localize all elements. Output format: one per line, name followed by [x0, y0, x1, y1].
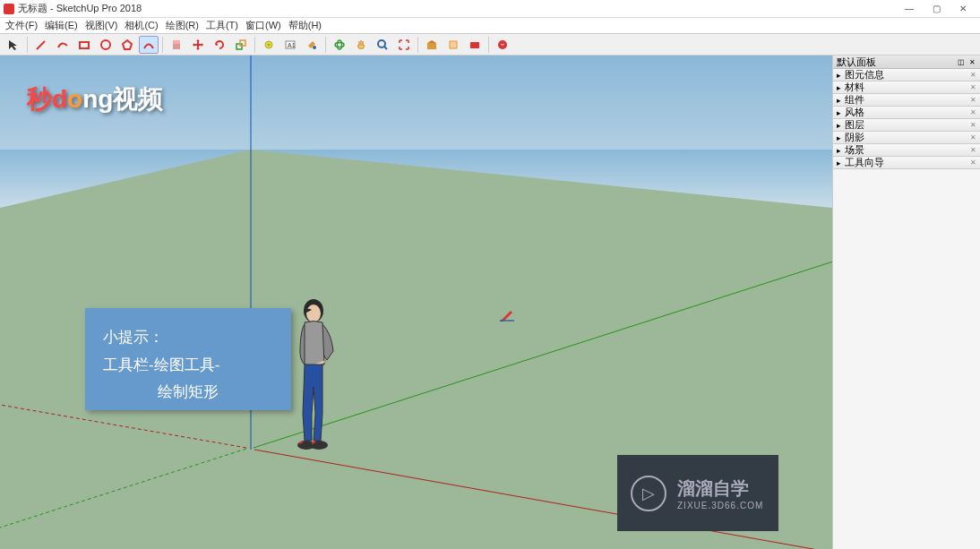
- panel-components[interactable]: ▸组件✕: [833, 94, 980, 107]
- menu-edit[interactable]: 编辑(E): [41, 19, 82, 32]
- panel-close-icon[interactable]: ✕: [970, 71, 976, 79]
- freehand-tool-button[interactable]: [53, 36, 73, 54]
- pan-tool-button[interactable]: [351, 36, 371, 54]
- panel-close-icon[interactable]: ✕: [970, 96, 976, 104]
- watermark-logo: 秒dong视频: [27, 82, 163, 116]
- rotate-tool-button[interactable]: [210, 36, 229, 54]
- svg-text:A1: A1: [288, 42, 296, 48]
- arc-tool-button[interactable]: [139, 36, 159, 54]
- scale-tool-button[interactable]: [231, 36, 251, 54]
- svg-point-8: [268, 43, 271, 46]
- close-button[interactable]: ✕: [950, 1, 976, 17]
- menu-file[interactable]: 文件(F): [2, 19, 41, 32]
- play-icon: ▷: [631, 476, 666, 511]
- text-tool-button[interactable]: A1: [280, 36, 300, 54]
- style-tool-button[interactable]: [493, 36, 512, 54]
- toolbar-separator: [254, 37, 255, 53]
- panel-close-icon[interactable]: ✕: [970, 83, 976, 91]
- brand-name: 溜溜自学: [677, 476, 763, 501]
- select-tool-button[interactable]: [4, 36, 23, 54]
- line-tool-button[interactable]: [31, 36, 51, 54]
- svg-rect-0: [80, 42, 89, 48]
- toolbar-separator: [162, 37, 163, 53]
- sidebar-title: 默认面板: [837, 56, 957, 69]
- sidebar-pin-button[interactable]: ◫: [957, 57, 966, 66]
- chevron-right-icon: ▸: [837, 71, 841, 80]
- chevron-right-icon: ▸: [837, 96, 841, 105]
- svg-point-13: [338, 40, 342, 49]
- svg-rect-5: [236, 44, 242, 49]
- chevron-right-icon: ▸: [837, 159, 841, 167]
- panel-close-icon[interactable]: ✕: [970, 146, 976, 154]
- app-icon: [4, 4, 14, 14]
- pencil-cursor-icon: [500, 309, 514, 323]
- svg-marker-2: [123, 40, 132, 49]
- svg-rect-6: [240, 40, 245, 46]
- titlebar: 无标题 - SketchUp Pro 2018 — ▢ ✕: [0, 0, 980, 18]
- chevron-right-icon: ▸: [837, 83, 841, 92]
- tooltip-line1: 小提示：: [103, 324, 273, 352]
- move-tool-button[interactable]: [188, 36, 208, 54]
- chevron-right-icon: ▸: [837, 108, 841, 117]
- svg-point-11: [313, 46, 316, 49]
- rectangle-tool-button[interactable]: [74, 36, 94, 54]
- menubar: 文件(F) 编辑(E) 视图(V) 相机(C) 绘图(R) 工具(T) 窗口(W…: [0, 18, 980, 34]
- panel-materials[interactable]: ▸材料✕: [833, 81, 980, 94]
- tooltip-line2: 工具栏-绘图工具-: [103, 352, 273, 380]
- paint-tool-button[interactable]: [302, 36, 322, 54]
- zoom-tool-button[interactable]: [373, 36, 392, 54]
- toolbar-separator: [27, 37, 28, 53]
- window-title: 无标题 - SketchUp Pro 2018: [18, 2, 896, 15]
- menu-help[interactable]: 帮助(H): [285, 19, 325, 32]
- panel-close-icon[interactable]: ✕: [970, 108, 976, 116]
- panel-instructor[interactable]: ▸工具向导✕: [833, 157, 980, 169]
- svg-point-12: [335, 42, 344, 47]
- panel-close-icon[interactable]: ✕: [970, 121, 976, 129]
- panel-entity-info[interactable]: ▸图元信息✕: [833, 69, 980, 81]
- chevron-right-icon: ▸: [837, 121, 841, 130]
- svg-rect-16: [450, 41, 457, 48]
- menu-draw[interactable]: 绘图(R): [162, 19, 202, 32]
- toolbar-separator: [488, 37, 489, 53]
- extension-tool-button[interactable]: [465, 36, 485, 54]
- svg-point-1: [101, 40, 110, 49]
- svg-rect-3: [173, 44, 180, 49]
- zoom-extents-tool-button[interactable]: [394, 36, 414, 54]
- minimize-button[interactable]: —: [896, 1, 923, 17]
- panel-shadows[interactable]: ▸阴影✕: [833, 132, 980, 144]
- chevron-right-icon: ▸: [837, 133, 841, 142]
- scale-figure: [287, 297, 340, 454]
- polygon-tool-button[interactable]: [117, 36, 137, 54]
- menu-view[interactable]: 视图(V): [82, 19, 122, 32]
- panel-styles[interactable]: ▸风格✕: [833, 107, 980, 119]
- panel-scenes[interactable]: ▸场景✕: [833, 144, 980, 157]
- panel-close-icon[interactable]: ✕: [970, 159, 976, 167]
- sidebar-panel: 默认面板 ◫ ✕ ▸图元信息✕ ▸材料✕ ▸组件✕ ▸风格✕ ▸图层✕ ▸阴影✕…: [832, 56, 980, 549]
- warehouse-tool-button[interactable]: [422, 36, 442, 54]
- tape-tool-button[interactable]: [259, 36, 279, 54]
- components-tool-button[interactable]: [443, 36, 463, 54]
- circle-tool-button[interactable]: [96, 36, 116, 54]
- sidebar-header: 默认面板 ◫ ✕: [833, 56, 980, 69]
- orbit-tool-button[interactable]: [330, 36, 349, 54]
- brand-overlay: ▷ 溜溜自学 ZIXUE.3D66.COM: [617, 455, 778, 531]
- menu-camera[interactable]: 相机(C): [121, 19, 161, 32]
- panel-close-icon[interactable]: ✕: [970, 133, 976, 142]
- panel-layers[interactable]: ▸图层✕: [833, 119, 980, 132]
- menu-window[interactable]: 窗口(W): [242, 19, 285, 32]
- brand-url: ZIXUE.3D66.COM: [677, 501, 763, 510]
- viewport-3d[interactable]: 小提示： 工具栏-绘图工具- 绘制矩形 秒dong视频 ▷ 溜溜自学 ZIXUE…: [0, 56, 832, 549]
- sidebar-close-button[interactable]: ✕: [967, 57, 976, 66]
- hint-tooltip: 小提示： 工具栏-绘图工具- 绘制矩形: [85, 308, 291, 410]
- svg-rect-15: [427, 43, 436, 49]
- svg-rect-4: [173, 40, 180, 44]
- tooltip-line3: 绘制矩形: [103, 379, 273, 407]
- svg-point-23: [306, 305, 321, 322]
- push-pull-tool-button[interactable]: [167, 36, 186, 54]
- svg-point-14: [378, 40, 385, 47]
- toolbar-separator: [417, 37, 418, 53]
- menu-tools[interactable]: 工具(T): [202, 19, 242, 32]
- maximize-button[interactable]: ▢: [923, 1, 950, 17]
- chevron-right-icon: ▸: [837, 146, 841, 155]
- toolbar-separator: [325, 37, 326, 53]
